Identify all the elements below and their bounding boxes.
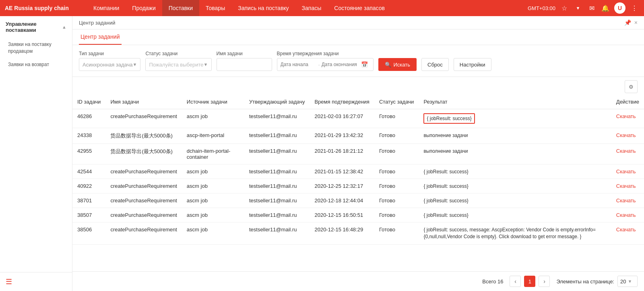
sidebar-bottom[interactable]: ☰ [0,272,72,291]
download-link[interactable]: Скачать [616,197,636,204]
cell-action: Скачать [611,208,644,222]
cell-source: ascm job [182,193,244,208]
table-row: 38701 createPurchaseRequirement ascm job… [72,193,644,208]
col-action: Действие [611,95,644,109]
cell-action: Скачать [611,128,644,144]
pin-button[interactable]: 📌 [624,19,631,26]
per-page-value: 20 [620,279,626,285]
per-page-select[interactable]: 20 ▼ [617,276,638,287]
settings-button[interactable]: Настройки [454,58,491,71]
cell-id: 40922 [72,179,105,193]
cell-source: ascp-item-portal [182,128,244,144]
task-type-value: Асинхронная задача [83,62,133,68]
next-page-button[interactable]: › [539,276,550,287]
date-separator: - [318,62,320,68]
tab-task-center[interactable]: Центр заданий [79,29,122,45]
cell-status: Готово [374,222,419,245]
date-range-input[interactable]: - 📅 [277,58,374,71]
result-cell-normal: { jobResult: success} [423,183,468,189]
nav-right: GMT+03:00 ☆ ▼ ✉ 🔔 U ⋮ [528,2,639,14]
cell-action: Скачать [611,193,644,208]
cell-time: 2020-12-15 16:48:29 [310,222,374,245]
filter-group-task-type: Тип задачи Асинхронная задача ▼ [79,51,140,71]
col-task-source: Источник задачи [182,95,244,109]
bell-icon[interactable]: 🔔 [601,3,610,13]
col-time: Время подтверждения [310,95,374,109]
close-button[interactable]: × [634,19,638,26]
cell-name: createPurchaseRequirement [105,179,182,193]
task-status-label: Статус задачи [145,51,211,56]
total-label: Всего 16 [482,279,503,285]
cell-time: 2021-01-15 12:38:42 [310,164,374,179]
chevron-down-icon[interactable]: ▼ [573,3,583,13]
nav-item-companies[interactable]: Компании [87,0,126,16]
cell-id: 38701 [72,193,105,208]
sidebar: Управление поставками ▲ Заявки на постав… [0,16,72,291]
panel-title: Центр заданий [79,20,116,26]
cell-result: { jobResult: success} [419,208,611,222]
nav-items: Компании Продажи Поставки Товары Запись … [87,0,528,16]
cell-status: Готово [374,109,419,128]
table-body: 46286 createPurchaseRequirement ascm job… [72,109,644,245]
cell-id: 42544 [72,164,105,179]
search-icon: 🔍 [385,62,391,68]
nav-item-sales[interactable]: Продажи [126,0,162,16]
nav-item-deliveries[interactable]: Поставки [162,0,199,16]
download-link[interactable]: Скачать [616,168,636,175]
cell-result: выполнение задачи [419,128,611,144]
star-icon[interactable]: ☆ [559,3,569,13]
cell-result: выполнение задачи [419,144,611,164]
cell-id: 46286 [72,109,105,128]
more-icon[interactable]: ⋮ [630,3,639,13]
result-cell-normal: выполнение задачи [423,133,468,138]
result-cell-long: { jobResult: success, message: AscpExcep… [423,227,596,239]
result-cell-normal: выполнение задачи [423,148,468,154]
download-link[interactable]: Скачать [616,227,636,233]
search-btn-label: Искать [394,62,411,68]
table-row: 42544 createPurchaseRequirement ascm job… [72,164,644,179]
download-link[interactable]: Скачать [616,113,636,119]
cell-time: 2020-12-25 12:32:17 [310,179,374,193]
task-name-input[interactable] [220,62,268,68]
task-type-select[interactable]: Асинхронная задача ▼ [79,58,140,71]
nav-item-record[interactable]: Запись на поставку [231,0,295,16]
cell-source: ascm job [182,208,244,222]
dropdown-arrow-icon: ▼ [133,62,137,67]
cell-result: { jobResult: success, message: AscpExcep… [419,222,611,245]
task-status-select[interactable]: Пожалуйста выберите ▼ [145,58,211,71]
sidebar-item-returns[interactable]: Заявки на возврат [0,58,72,71]
current-page[interactable]: 1 [524,276,535,287]
date-end-input[interactable] [322,62,358,67]
search-button[interactable]: 🔍 Искать [378,58,417,71]
reset-button[interactable]: Сброс [421,58,449,71]
cell-time: 2020-12-18 12:44:04 [310,193,374,208]
sidebar-section-header[interactable]: Управление поставками ▲ [0,16,72,38]
per-page-label: Элементы на странице: [556,279,614,285]
nav-item-stock-state[interactable]: Состояние запасов [328,0,391,16]
cell-approver: testseller11@mail.ru [244,144,310,164]
download-link[interactable]: Скачать [616,132,636,138]
download-link[interactable]: Скачать [616,212,636,218]
avatar[interactable]: U [614,2,625,14]
sidebar-item-purchase-requests[interactable]: Заявки на поставку продавцом [0,38,72,58]
nav-item-goods[interactable]: Товары [199,0,231,16]
cell-approver: testseller11@mail.ru [244,128,310,144]
task-name-input-wrap[interactable] [217,58,272,71]
prev-page-button[interactable]: ‹ [510,276,521,287]
col-status: Статус задачи [374,95,419,109]
cell-name: createPurchaseRequirement [105,222,182,245]
download-link[interactable]: Скачать [616,183,636,189]
cell-time: 2020-12-15 16:50:51 [310,208,374,222]
email-icon[interactable]: ✉ [587,3,597,13]
download-link[interactable]: Скачать [616,148,636,154]
col-task-id: ID задачи [72,95,105,109]
column-settings-button[interactable]: ⚙ [625,80,638,93]
cell-result: { jobResult: success} [419,109,611,128]
nav-item-stock[interactable]: Запасы [295,0,328,16]
cell-source: ascm job [182,179,244,193]
cell-result: { jobResult: success} [419,193,611,208]
cell-time: 2021-02-03 16:27:07 [310,109,374,128]
date-start-input[interactable] [281,62,317,67]
menu-icon: ☰ [6,277,12,286]
cell-action: Скачать [611,222,644,245]
